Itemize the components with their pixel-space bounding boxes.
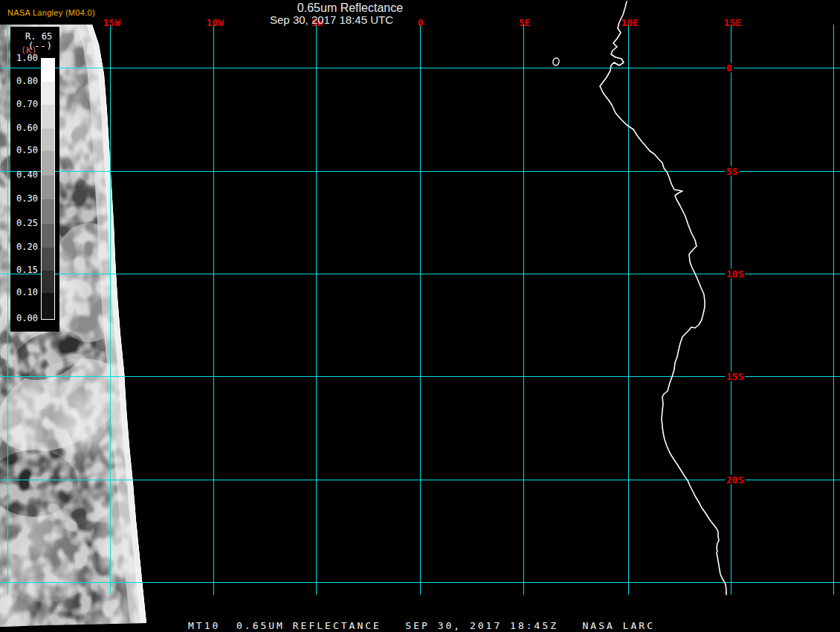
longitude-label: 0 [418,19,424,27]
credit-label: NASA Langley (M04.0) [7,8,95,17]
latitude-label: 5S [725,167,740,176]
latitude-label: 20S [725,475,745,485]
product-caption: MT10 0.65UM REFLECTANCE SEP 30, 2017 18:… [188,620,655,631]
longitude-label: 15W [103,19,120,27]
latitude-label: 10S [725,269,745,279]
longitude-label: 10W [207,19,224,27]
sao-tome-island-outline [552,57,560,66]
longitude-label: 10E [621,19,639,27]
satellite-product-view: R. 65 (--) (K) 1.000.800.700.600.500.400… [0,0,840,632]
timestamp-subtitle: Sep 30, 2017 18:45 UTC [270,13,393,26]
longitude-label: 15E [724,19,741,27]
africa-west-coastline [600,1,726,595]
latitude-label: 15S [725,372,745,381]
latitude-label: 0 [725,63,734,73]
coastline-overlay [0,0,840,632]
longitude-label: 5E [519,19,531,27]
